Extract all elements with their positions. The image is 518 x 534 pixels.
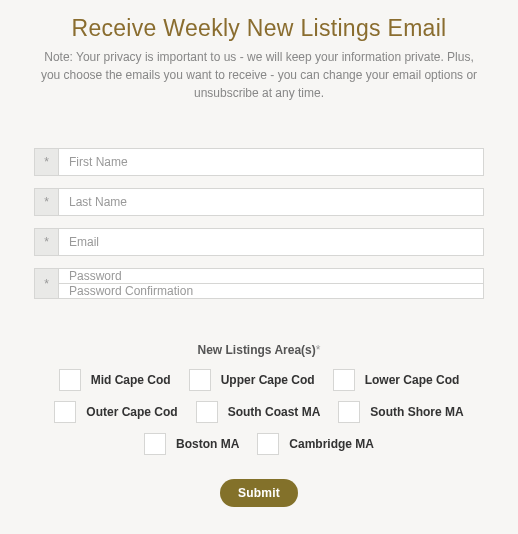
password-input[interactable] [58,268,484,284]
area-item: Boston MA [144,433,239,455]
password-row: * [34,268,484,299]
area-item: South Coast MA [196,401,321,423]
email-input[interactable] [58,228,484,256]
email-row: * [34,228,484,256]
area-item: South Shore MA [338,401,463,423]
required-indicator: * [34,188,58,216]
required-indicator: * [34,148,58,176]
area-item: Upper Cape Cod [189,369,315,391]
areas-checkbox-group: Mid Cape Cod Upper Cape Cod Lower Cape C… [34,369,484,455]
area-item: Outer Cape Cod [54,401,177,423]
area-checkbox-south-coast-ma[interactable] [196,401,218,423]
first-name-input[interactable] [58,148,484,176]
area-label: Lower Cape Cod [365,373,460,387]
area-label: South Shore MA [370,405,463,419]
area-checkbox-upper-cape-cod[interactable] [189,369,211,391]
area-checkbox-lower-cape-cod[interactable] [333,369,355,391]
area-label: Mid Cape Cod [91,373,171,387]
last-name-input[interactable] [58,188,484,216]
area-label: South Coast MA [228,405,321,419]
area-label: Outer Cape Cod [86,405,177,419]
last-name-row: * [34,188,484,216]
signup-form: Receive Weekly New Listings Email Note: … [0,0,518,527]
area-checkbox-mid-cape-cod[interactable] [59,369,81,391]
area-item: Mid Cape Cod [59,369,171,391]
area-label: Cambridge MA [289,437,374,451]
required-indicator: * [34,268,58,299]
areas-label: New Listings Area(s)* [34,343,484,357]
privacy-note: Note: Your privacy is important to us - … [34,48,484,102]
area-label: Boston MA [176,437,239,451]
first-name-row: * [34,148,484,176]
submit-wrap: Submit [34,479,484,507]
submit-button[interactable]: Submit [220,479,298,507]
area-checkbox-outer-cape-cod[interactable] [54,401,76,423]
area-item: Cambridge MA [257,433,374,455]
area-label: Upper Cape Cod [221,373,315,387]
area-checkbox-south-shore-ma[interactable] [338,401,360,423]
required-indicator: * [34,228,58,256]
password-stack [58,268,484,299]
area-checkbox-cambridge-ma[interactable] [257,433,279,455]
area-checkbox-boston-ma[interactable] [144,433,166,455]
area-item: Lower Cape Cod [333,369,460,391]
page-title: Receive Weekly New Listings Email [34,15,484,42]
password-confirmation-input[interactable] [58,284,484,299]
